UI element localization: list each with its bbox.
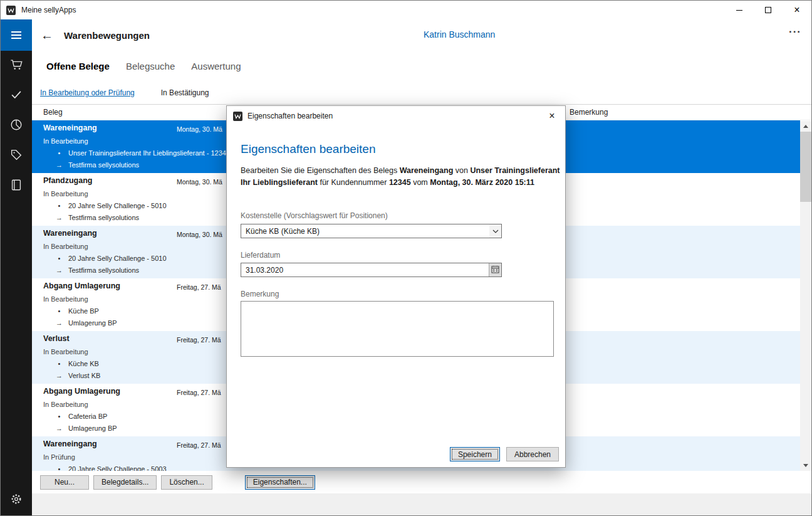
gear-icon xyxy=(10,493,23,508)
subtab-in-bearbeitung-oder-pruefung[interactable]: In Bearbeitung oder Prüfung xyxy=(40,88,135,97)
chevron-down-icon[interactable] xyxy=(489,224,501,238)
minimize-icon xyxy=(736,10,742,11)
window-title: Meine sellyApps xyxy=(21,6,76,14)
arrow-down-icon xyxy=(803,464,808,467)
tab-auswertung[interactable]: Auswertung xyxy=(191,61,241,71)
document-date: Montag, 30. Mä xyxy=(177,178,222,186)
calendar-button[interactable] xyxy=(489,263,501,276)
dialog-logo-icon xyxy=(232,111,242,121)
column-header-bemerkung: Bemerkung xyxy=(570,108,608,117)
page-header: ← Warenbewegungen Katrin Buschmann ··· xyxy=(32,19,811,51)
document-status: In Prüfung xyxy=(43,453,75,461)
document-detail-line: →Testfirma sellysolutions xyxy=(56,161,139,169)
belegdetails-button[interactable]: Belegdetails... xyxy=(93,475,157,490)
app-sidebar xyxy=(1,19,32,515)
sidebar-item-cart[interactable] xyxy=(1,51,32,81)
dialog-description: Bearbeiten Sie die Eigenschaften des Bel… xyxy=(241,165,560,189)
dialog-title: Eigenschaften bearbeiten xyxy=(247,112,333,120)
sidebar-item-reports[interactable] xyxy=(1,111,32,141)
maximize-button[interactable] xyxy=(754,1,783,19)
eigenschaften-button[interactable]: Eigenschaften... xyxy=(245,475,315,490)
hamburger-menu-button[interactable] xyxy=(1,19,32,51)
document-status: In Bearbeitung xyxy=(43,137,88,145)
document-type: Verlust xyxy=(43,334,70,343)
sidebar-item-tasks[interactable] xyxy=(1,81,32,111)
app-logo-icon xyxy=(6,5,16,15)
close-button[interactable]: × xyxy=(783,1,811,19)
tab-offene-belege[interactable]: Offene Belege xyxy=(46,61,110,71)
window-titlebar[interactable]: Meine sellyApps × xyxy=(1,1,811,19)
line-marker-icon: • xyxy=(56,360,63,367)
line-marker-icon: • xyxy=(56,149,63,157)
pie-chart-icon xyxy=(9,118,23,134)
kostenstelle-value: Küche KB (Küche KB) xyxy=(241,224,489,238)
document-detail-line: →Umlagerung BP xyxy=(56,319,117,327)
document-type: Wareneingang xyxy=(43,229,97,238)
more-menu-button[interactable]: ··· xyxy=(789,26,801,38)
action-bar: Neu... Belegdetails... Löschen... Eigens… xyxy=(32,471,811,493)
document-status: In Bearbeitung xyxy=(43,190,88,197)
sidebar-item-labels[interactable] xyxy=(1,141,32,171)
eigenschaften-dialog: Eigenschaften bearbeiten × Eigenschaften… xyxy=(226,105,566,468)
line-marker-icon: → xyxy=(56,319,63,327)
line-marker-icon: • xyxy=(56,413,63,420)
document-date: Freitag, 27. Mä xyxy=(177,389,221,396)
dialog-buttons: Speichern Abbrechen xyxy=(450,447,559,461)
kostenstelle-combobox[interactable]: Küche KB (Küche KB) xyxy=(241,224,502,238)
minimize-button[interactable] xyxy=(725,1,754,19)
neu-button[interactable]: Neu... xyxy=(40,475,89,490)
scrollbar-thumb[interactable] xyxy=(800,132,811,202)
tag-icon xyxy=(9,148,23,164)
line-marker-icon: → xyxy=(56,214,63,221)
settings-button[interactable] xyxy=(1,488,32,513)
speichern-button[interactable]: Speichern xyxy=(450,447,500,461)
document-detail-line: →Testfirma sellysolutions xyxy=(56,266,139,274)
document-date: Freitag, 27. Mä xyxy=(177,336,221,344)
document-detail-line: •Küche BP xyxy=(56,307,99,315)
lieferdatum-field xyxy=(241,263,502,277)
scroll-up-button[interactable] xyxy=(800,121,811,132)
abbrechen-button[interactable]: Abbrechen xyxy=(506,447,559,461)
document-detail-line: •20 Jahre Selly Challenge - 5003 xyxy=(56,465,167,471)
document-type: Abgang Umlagerung xyxy=(43,387,120,396)
document-detail-line: →Testfirma sellysolutions xyxy=(56,214,139,221)
line-marker-icon: → xyxy=(56,266,63,274)
line-marker-icon: • xyxy=(56,255,63,262)
maximize-icon xyxy=(765,7,771,13)
dialog-body: Eigenschaften bearbeiten Bearbeiten Sie … xyxy=(227,126,565,467)
lieferdatum-label: Lieferdatum xyxy=(241,251,280,260)
bemerkung-textarea[interactable] xyxy=(241,301,554,357)
line-marker-icon: → xyxy=(56,161,63,169)
document-type: Pfandzugang xyxy=(43,176,92,185)
calendar-icon xyxy=(491,265,499,276)
document-status: In Bearbeitung xyxy=(43,295,88,303)
document-detail-line: →Verlust KB xyxy=(56,372,100,379)
loeschen-button[interactable]: Löschen... xyxy=(161,475,212,490)
close-icon: × xyxy=(794,5,799,15)
line-marker-icon: → xyxy=(56,424,63,432)
line-marker-icon: • xyxy=(56,465,63,471)
status-filter-tabs: In Bearbeitung oder Prüfung In Bestätigu… xyxy=(32,81,811,104)
subtab-in-bestaetigung[interactable]: In Bestätigung xyxy=(161,88,209,97)
user-name[interactable]: Katrin Buschmann xyxy=(424,29,495,39)
document-detail-line: →Umlagerung BP xyxy=(56,424,117,432)
page-title: Warenbewegungen xyxy=(64,30,150,41)
vertical-scrollbar[interactable] xyxy=(800,121,811,471)
dialog-close-button[interactable]: × xyxy=(539,106,565,126)
document-detail-line: •Unser Trainingslieferant Ihr Lieblingsl… xyxy=(56,149,230,157)
tab-belegsuche[interactable]: Belegsuche xyxy=(126,61,175,71)
dialog-titlebar[interactable]: Eigenschaften bearbeiten × xyxy=(227,106,565,126)
status-strip xyxy=(32,493,811,515)
scroll-down-button[interactable] xyxy=(800,460,811,471)
close-icon: × xyxy=(549,110,554,122)
lieferdatum-input[interactable] xyxy=(241,263,489,276)
back-button[interactable]: ← xyxy=(41,29,53,41)
document-detail-line: •20 Jahre Selly Challenge - 5010 xyxy=(56,255,167,262)
sidebar-item-catalog[interactable] xyxy=(1,171,32,201)
document-type: Abgang Umlagerung xyxy=(43,282,120,290)
column-header-beleg: Beleg xyxy=(43,108,63,117)
hamburger-icon xyxy=(11,31,21,33)
bemerkung-label: Bemerkung xyxy=(241,290,279,298)
line-marker-icon: • xyxy=(56,202,63,209)
document-date: Montag, 30. Mä xyxy=(177,231,222,238)
